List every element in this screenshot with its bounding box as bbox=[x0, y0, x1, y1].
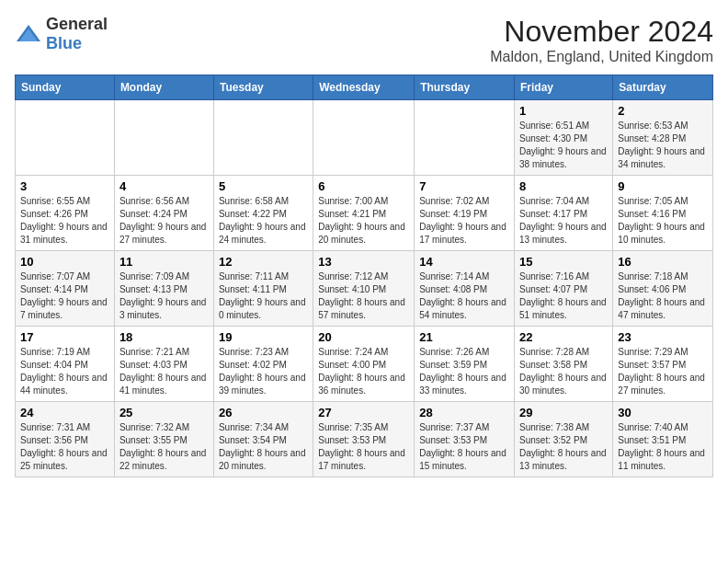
day-info: Sunrise: 7:05 AM Sunset: 4:16 PM Dayligh… bbox=[618, 195, 708, 247]
day-info: Sunrise: 7:07 AM Sunset: 4:14 PM Dayligh… bbox=[20, 270, 109, 322]
day-info: Sunrise: 7:29 AM Sunset: 3:57 PM Dayligh… bbox=[618, 346, 708, 397]
month-title: November 2024 bbox=[490, 15, 713, 49]
day-cell: 1Sunrise: 6:51 AM Sunset: 4:30 PM Daylig… bbox=[515, 100, 613, 176]
day-cell: 14Sunrise: 7:14 AM Sunset: 4:08 PM Dayli… bbox=[415, 251, 515, 327]
weekday-header-saturday: Saturday bbox=[613, 75, 713, 100]
day-cell: 23Sunrise: 7:29 AM Sunset: 3:57 PM Dayli… bbox=[613, 327, 713, 402]
day-number: 1 bbox=[519, 104, 608, 118]
day-cell: 6Sunrise: 7:00 AM Sunset: 4:21 PM Daylig… bbox=[313, 176, 415, 251]
weekday-header-row: SundayMondayTuesdayWednesdayThursdayFrid… bbox=[16, 75, 713, 100]
day-number: 7 bbox=[419, 179, 509, 193]
day-info: Sunrise: 7:35 AM Sunset: 3:53 PM Dayligh… bbox=[318, 421, 409, 473]
day-info: Sunrise: 6:56 AM Sunset: 4:24 PM Dayligh… bbox=[119, 195, 209, 247]
day-cell: 21Sunrise: 7:26 AM Sunset: 3:59 PM Dayli… bbox=[415, 327, 515, 402]
day-info: Sunrise: 7:14 AM Sunset: 4:08 PM Dayligh… bbox=[419, 270, 509, 322]
day-number: 10 bbox=[20, 255, 109, 269]
week-row-1: 1Sunrise: 6:51 AM Sunset: 4:30 PM Daylig… bbox=[16, 100, 713, 176]
day-cell: 17Sunrise: 7:19 AM Sunset: 4:04 PM Dayli… bbox=[16, 327, 115, 402]
day-number: 16 bbox=[618, 255, 708, 269]
day-number: 13 bbox=[318, 255, 409, 269]
day-cell: 8Sunrise: 7:04 AM Sunset: 4:17 PM Daylig… bbox=[515, 176, 613, 251]
day-info: Sunrise: 7:28 AM Sunset: 3:58 PM Dayligh… bbox=[519, 346, 608, 397]
day-info: Sunrise: 6:53 AM Sunset: 4:28 PM Dayligh… bbox=[618, 120, 708, 171]
day-cell: 25Sunrise: 7:32 AM Sunset: 3:55 PM Dayli… bbox=[114, 402, 213, 477]
weekday-header-sunday: Sunday bbox=[16, 75, 115, 100]
day-cell: 3Sunrise: 6:55 AM Sunset: 4:26 PM Daylig… bbox=[16, 176, 115, 251]
day-info: Sunrise: 7:18 AM Sunset: 4:06 PM Dayligh… bbox=[618, 270, 708, 322]
week-row-3: 10Sunrise: 7:07 AM Sunset: 4:14 PM Dayli… bbox=[16, 251, 713, 327]
generalblue-logo-icon bbox=[15, 23, 42, 45]
weekday-header-thursday: Thursday bbox=[415, 75, 515, 100]
day-info: Sunrise: 6:55 AM Sunset: 4:26 PM Dayligh… bbox=[20, 195, 109, 247]
day-cell: 29Sunrise: 7:38 AM Sunset: 3:52 PM Dayli… bbox=[515, 402, 613, 477]
day-cell: 4Sunrise: 6:56 AM Sunset: 4:24 PM Daylig… bbox=[114, 176, 213, 251]
day-cell: 10Sunrise: 7:07 AM Sunset: 4:14 PM Dayli… bbox=[16, 251, 115, 327]
day-info: Sunrise: 6:58 AM Sunset: 4:22 PM Dayligh… bbox=[219, 195, 308, 247]
day-info: Sunrise: 7:09 AM Sunset: 4:13 PM Dayligh… bbox=[119, 270, 209, 322]
week-row-4: 17Sunrise: 7:19 AM Sunset: 4:04 PM Dayli… bbox=[16, 327, 713, 402]
day-info: Sunrise: 7:31 AM Sunset: 3:56 PM Dayligh… bbox=[20, 421, 109, 473]
day-info: Sunrise: 7:26 AM Sunset: 3:59 PM Dayligh… bbox=[419, 346, 509, 397]
day-cell: 16Sunrise: 7:18 AM Sunset: 4:06 PM Dayli… bbox=[613, 251, 713, 327]
day-number: 15 bbox=[519, 255, 608, 269]
header: General Blue November 2024 Maldon, Engla… bbox=[15, 15, 713, 65]
day-info: Sunrise: 7:04 AM Sunset: 4:17 PM Dayligh… bbox=[519, 195, 608, 247]
day-info: Sunrise: 7:02 AM Sunset: 4:19 PM Dayligh… bbox=[419, 195, 509, 247]
day-cell: 11Sunrise: 7:09 AM Sunset: 4:13 PM Dayli… bbox=[114, 251, 213, 327]
day-number: 26 bbox=[219, 406, 308, 419]
day-number: 28 bbox=[419, 406, 509, 419]
day-info: Sunrise: 6:51 AM Sunset: 4:30 PM Dayligh… bbox=[519, 120, 608, 171]
day-number: 4 bbox=[119, 179, 209, 193]
day-number: 30 bbox=[618, 406, 708, 419]
day-number: 11 bbox=[119, 255, 209, 269]
logo-blue: Blue bbox=[46, 34, 82, 52]
weekday-header-friday: Friday bbox=[515, 75, 613, 100]
day-info: Sunrise: 7:34 AM Sunset: 3:54 PM Dayligh… bbox=[219, 421, 308, 473]
day-info: Sunrise: 7:00 AM Sunset: 4:21 PM Dayligh… bbox=[318, 195, 409, 247]
logo: General Blue bbox=[15, 15, 108, 53]
day-info: Sunrise: 7:11 AM Sunset: 4:11 PM Dayligh… bbox=[219, 270, 308, 322]
day-number: 21 bbox=[419, 330, 509, 344]
day-number: 29 bbox=[519, 406, 608, 419]
day-cell bbox=[16, 100, 115, 176]
day-info: Sunrise: 7:16 AM Sunset: 4:07 PM Dayligh… bbox=[519, 270, 608, 322]
day-number: 12 bbox=[219, 255, 308, 269]
day-number: 18 bbox=[119, 330, 209, 344]
day-number: 8 bbox=[519, 179, 608, 193]
title-area: November 2024 Maldon, England, United Ki… bbox=[490, 15, 713, 65]
weekday-header-tuesday: Tuesday bbox=[213, 75, 313, 100]
location-title: Maldon, England, United Kingdom bbox=[490, 49, 713, 65]
day-number: 9 bbox=[618, 179, 708, 193]
day-cell: 15Sunrise: 7:16 AM Sunset: 4:07 PM Dayli… bbox=[515, 251, 613, 327]
day-cell: 9Sunrise: 7:05 AM Sunset: 4:16 PM Daylig… bbox=[613, 176, 713, 251]
day-number: 20 bbox=[318, 330, 409, 344]
day-cell: 12Sunrise: 7:11 AM Sunset: 4:11 PM Dayli… bbox=[213, 251, 313, 327]
day-number: 3 bbox=[20, 179, 109, 193]
day-info: Sunrise: 7:12 AM Sunset: 4:10 PM Dayligh… bbox=[318, 270, 409, 322]
day-cell: 5Sunrise: 6:58 AM Sunset: 4:22 PM Daylig… bbox=[213, 176, 313, 251]
day-number: 6 bbox=[318, 179, 409, 193]
week-row-2: 3Sunrise: 6:55 AM Sunset: 4:26 PM Daylig… bbox=[16, 176, 713, 251]
day-cell: 26Sunrise: 7:34 AM Sunset: 3:54 PM Dayli… bbox=[213, 402, 313, 477]
day-cell bbox=[415, 100, 515, 176]
day-info: Sunrise: 7:19 AM Sunset: 4:04 PM Dayligh… bbox=[20, 346, 109, 397]
day-number: 27 bbox=[318, 406, 409, 419]
day-cell bbox=[213, 100, 313, 176]
day-cell: 30Sunrise: 7:40 AM Sunset: 3:51 PM Dayli… bbox=[613, 402, 713, 477]
day-info: Sunrise: 7:24 AM Sunset: 4:00 PM Dayligh… bbox=[318, 346, 409, 397]
week-row-5: 24Sunrise: 7:31 AM Sunset: 3:56 PM Dayli… bbox=[16, 402, 713, 477]
day-cell: 24Sunrise: 7:31 AM Sunset: 3:56 PM Dayli… bbox=[16, 402, 115, 477]
logo-general: General bbox=[46, 15, 108, 33]
day-number: 24 bbox=[20, 406, 109, 419]
day-info: Sunrise: 7:37 AM Sunset: 3:53 PM Dayligh… bbox=[419, 421, 509, 473]
logo-text: General Blue bbox=[46, 15, 108, 53]
day-info: Sunrise: 7:32 AM Sunset: 3:55 PM Dayligh… bbox=[119, 421, 209, 473]
day-cell: 27Sunrise: 7:35 AM Sunset: 3:53 PM Dayli… bbox=[313, 402, 415, 477]
day-cell bbox=[313, 100, 415, 176]
day-info: Sunrise: 7:40 AM Sunset: 3:51 PM Dayligh… bbox=[618, 421, 708, 473]
day-cell: 2Sunrise: 6:53 AM Sunset: 4:28 PM Daylig… bbox=[613, 100, 713, 176]
day-cell: 22Sunrise: 7:28 AM Sunset: 3:58 PM Dayli… bbox=[515, 327, 613, 402]
weekday-header-wednesday: Wednesday bbox=[313, 75, 415, 100]
day-cell: 18Sunrise: 7:21 AM Sunset: 4:03 PM Dayli… bbox=[114, 327, 213, 402]
day-number: 14 bbox=[419, 255, 509, 269]
